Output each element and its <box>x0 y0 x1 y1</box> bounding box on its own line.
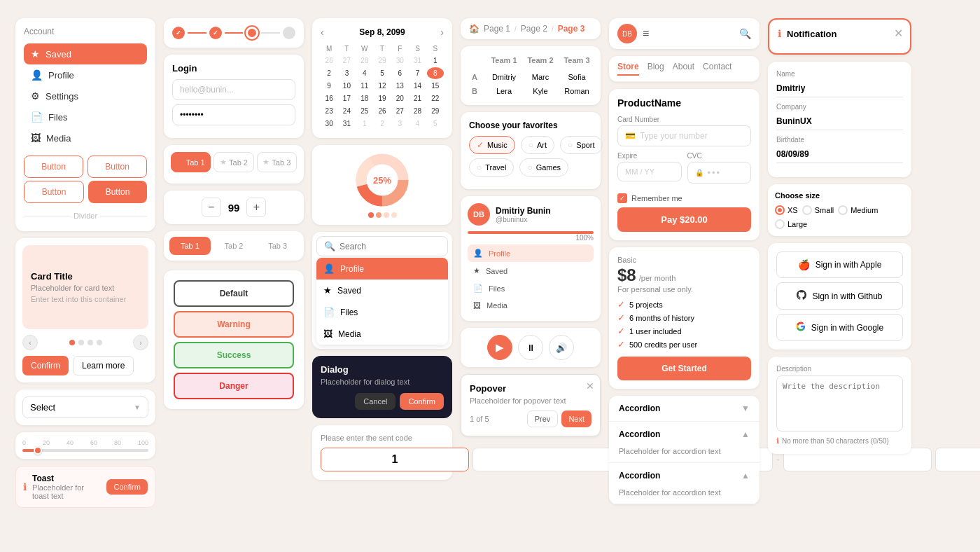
card-confirm-button[interactable]: Confirm <box>22 356 69 375</box>
store-tab-store[interactable]: Store <box>617 62 639 76</box>
cal-day[interactable]: 28 <box>356 55 373 67</box>
play-button[interactable]: ▶ <box>487 335 512 360</box>
cal-day[interactable]: 2 <box>374 118 391 130</box>
tab2-1[interactable]: Tab 1 <box>169 237 211 255</box>
form-input-name[interactable] <box>776 80 903 97</box>
form-input-company[interactable] <box>776 113 903 130</box>
card-learn-button[interactable]: Learn more <box>73 356 134 375</box>
cal-day[interactable]: 30 <box>321 118 337 130</box>
popover-next-button[interactable]: Next <box>561 410 592 427</box>
alert-warning-button[interactable]: Warning <box>174 311 294 338</box>
cal-day[interactable]: 4 <box>356 67 373 79</box>
dialog-cancel-button[interactable]: Cancel <box>355 393 396 410</box>
search-result-profile[interactable]: 👤 Profile <box>316 258 448 280</box>
fav-music[interactable]: ✓ Music <box>469 136 515 154</box>
profile-menu-item-profile[interactable]: 👤 Profile <box>468 244 594 262</box>
fav-travel[interactable]: ○ Travel <box>469 158 514 177</box>
accordion-header-3[interactable]: Accordion ▲ <box>609 463 760 488</box>
signin-github-button[interactable]: Sign in with Github <box>776 282 903 310</box>
button-outline-1[interactable]: Button <box>24 156 83 178</box>
carousel-next[interactable]: › <box>133 335 148 350</box>
cal-day[interactable]: 3 <box>391 118 408 130</box>
alert-danger-button[interactable]: Danger <box>174 373 294 399</box>
button-fill-1[interactable]: Button <box>88 181 147 203</box>
cal-day[interactable]: 14 <box>409 80 426 92</box>
accordion-header-1[interactable]: Accordion ▼ <box>609 396 760 421</box>
otp-input-1[interactable] <box>321 448 469 471</box>
cal-day[interactable]: 5 <box>374 67 391 79</box>
otp-input-5[interactable] <box>935 448 980 471</box>
card-number-input[interactable]: 💳 Type your number <box>617 125 751 146</box>
cal-day[interactable]: 9 <box>321 80 337 92</box>
search-result-saved[interactable]: ★ Saved <box>316 280 448 301</box>
breadcrumb-item-1[interactable]: Page 1 <box>484 24 510 34</box>
cal-day[interactable]: 28 <box>409 105 426 117</box>
alert-default-button[interactable]: Default <box>174 280 294 307</box>
breadcrumb-item-3[interactable]: Page 3 <box>558 24 585 34</box>
size-large[interactable]: Large <box>775 219 807 229</box>
pause-button[interactable]: ⏸ <box>518 335 543 360</box>
tab2-2[interactable]: Tab 2 <box>214 237 255 255</box>
description-textarea[interactable] <box>776 375 903 432</box>
step-3[interactable] <box>246 27 258 39</box>
sidebar-item-files[interactable]: 📄 Files <box>24 106 147 127</box>
fav-games[interactable]: ○ Games <box>519 158 568 177</box>
toast-confirm-button[interactable]: Confirm <box>106 479 148 495</box>
search-input-wrap[interactable]: 🔍 <box>316 236 448 256</box>
cal-day[interactable]: 31 <box>338 118 355 130</box>
alert-success-button[interactable]: Success <box>174 342 294 368</box>
cal-day[interactable]: 15 <box>427 80 444 92</box>
search-input[interactable] <box>340 242 444 251</box>
sidebar-item-profile[interactable]: 👤 Profile <box>24 64 147 85</box>
tab-3-starred[interactable]: ★ Tab 3 <box>257 152 297 172</box>
cal-day[interactable]: 30 <box>391 55 408 67</box>
expire-input[interactable]: MM / YY <box>617 162 682 181</box>
cal-day[interactable]: 6 <box>391 67 408 79</box>
size-xs[interactable]: XS <box>775 205 798 215</box>
sidebar-item-media[interactable]: 🖼 Media <box>24 127 147 149</box>
cal-day[interactable]: 24 <box>338 105 355 117</box>
password-input[interactable] <box>172 104 295 125</box>
cal-day[interactable]: 26 <box>374 105 391 117</box>
cal-day[interactable]: 23 <box>321 105 337 117</box>
pay-button[interactable]: Pay $20.00 <box>617 207 751 232</box>
button-outline-2[interactable]: Button <box>88 156 147 178</box>
cal-day[interactable]: 27 <box>338 55 355 67</box>
sidebar-item-saved[interactable]: ★ Saved <box>24 43 147 64</box>
cal-day[interactable]: 29 <box>427 105 444 117</box>
tab-2-starred[interactable]: ★ Tab 2 <box>214 152 253 172</box>
cal-day[interactable]: 2 <box>321 67 337 79</box>
sidebar-item-settings[interactable]: ⚙ Settings <box>24 85 147 106</box>
counter-increment[interactable]: + <box>246 198 266 217</box>
menu-icon[interactable]: ≡ <box>643 27 649 40</box>
cal-day[interactable]: 10 <box>338 80 355 92</box>
cal-day[interactable]: 11 <box>356 80 373 92</box>
store-tab-blog[interactable]: Blog <box>648 62 664 76</box>
cal-day[interactable]: 27 <box>391 105 408 117</box>
cal-day[interactable]: 26 <box>321 55 337 67</box>
cal-day[interactable]: 20 <box>391 92 408 104</box>
signin-apple-button[interactable]: 🍎 Sign in with Apple <box>776 251 903 278</box>
remember-checkbox[interactable]: ✓ <box>617 193 627 203</box>
size-medium[interactable]: Medium <box>838 205 878 215</box>
cal-day[interactable]: 1 <box>356 118 373 130</box>
breadcrumb-item-2[interactable]: Page 2 <box>521 24 547 34</box>
cal-day[interactable]: 31 <box>409 55 426 67</box>
volume-button[interactable]: 🔊 <box>549 335 574 360</box>
cal-day[interactable]: 21 <box>409 92 426 104</box>
cal-day[interactable]: 1 <box>427 55 444 67</box>
dialog-confirm-button[interactable]: Confirm <box>400 393 444 410</box>
cal-day[interactable]: 22 <box>427 92 444 104</box>
cal-day[interactable]: 3 <box>338 67 355 79</box>
search-result-media[interactable]: 🖼 Media <box>316 323 448 345</box>
cal-day[interactable]: 13 <box>391 80 408 92</box>
slider-thumb[interactable] <box>34 446 42 455</box>
popover-close-button[interactable]: ✕ <box>586 380 594 392</box>
cal-day[interactable]: 25 <box>356 105 373 117</box>
profile-menu-item-saved[interactable]: ★ Saved <box>468 262 594 280</box>
cal-day[interactable]: 5 <box>427 118 444 130</box>
cvc-input[interactable]: 🔒 ••• <box>687 162 752 184</box>
carousel-prev[interactable]: ‹ <box>22 335 38 350</box>
search-result-files[interactable]: 📄 Files <box>316 301 448 323</box>
tab2-3[interactable]: Tab 3 <box>257 237 298 255</box>
